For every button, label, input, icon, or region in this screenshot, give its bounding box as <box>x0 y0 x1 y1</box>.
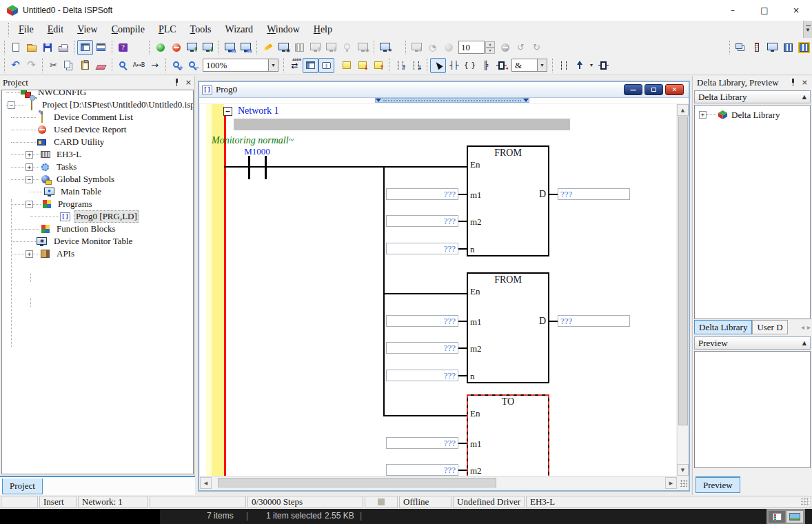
tree-item[interactable]: NWCONFIG <box>37 90 88 98</box>
tree-item[interactable]: Device Monitor Table <box>52 235 134 247</box>
device-monitor-101-button[interactable]: 101 <box>238 40 254 55</box>
function-block-to[interactable]: TOEnm1m2n <box>467 394 549 476</box>
scroll-down-button[interactable]: ▼ <box>677 464 689 476</box>
close-button[interactable]: × <box>780 0 812 21</box>
expander-plus-icon[interactable]: + <box>26 163 33 171</box>
device-columns-button[interactable] <box>780 40 796 55</box>
insert-line-up-button[interactable] <box>571 58 587 73</box>
stop-plc-button[interactable] <box>168 40 184 55</box>
menu-plc[interactable]: PLC <box>152 22 183 37</box>
erase-button[interactable] <box>93 58 109 73</box>
menu-compile[interactable]: Compile <box>105 22 152 37</box>
scroll-right-button[interactable]: ▶ <box>665 477 677 489</box>
expander-plus-icon[interactable]: + <box>699 111 707 119</box>
contact-bar[interactable] <box>248 156 250 179</box>
tree-item[interactable]: Main Table <box>59 185 103 197</box>
tab-preview[interactable]: Preview <box>696 476 740 493</box>
open-project-button[interactable] <box>23 40 39 55</box>
goto-button[interactable]: → <box>147 58 163 73</box>
network-tool-button[interactable]: ╠ <box>478 58 494 73</box>
maximize-button[interactable]: □ <box>749 0 780 21</box>
cut-button[interactable]: ✂ <box>45 58 61 73</box>
operand-field[interactable]: ??? <box>386 215 458 227</box>
operator-select-combo[interactable]: &▼ <box>511 59 547 72</box>
splitter-handle[interactable] <box>375 98 529 103</box>
expander-minus-icon[interactable]: − <box>26 176 33 183</box>
new-file-button[interactable] <box>8 40 23 55</box>
menu-window[interactable]: Window <box>260 22 307 37</box>
print-button[interactable] <box>55 40 71 55</box>
contact-bar[interactable] <box>265 156 267 179</box>
menu-edit[interactable]: Edit <box>41 22 70 37</box>
ruler-view-button[interactable] <box>749 40 764 55</box>
instruction-up-button[interactable]: ↑ <box>392 58 408 73</box>
tree-item[interactable]: Project [D:\ISPtest\Untitled0\Untitled0.… <box>41 99 194 110</box>
prog0-titlebar[interactable]: [] Prog0 — ✕ <box>199 82 689 98</box>
tab-user-defined[interactable]: User D <box>752 320 787 334</box>
expander-minus-icon[interactable]: − <box>26 201 33 208</box>
chevron-down-icon[interactable]: ▼ <box>537 59 547 72</box>
statusbar-resize-grip[interactable] <box>801 498 809 506</box>
panel-close-icon[interactable]: × <box>802 78 808 87</box>
function-block-tool-button[interactable]: ◂ <box>494 58 509 73</box>
upload-from-plc-button[interactable]: ↑ <box>184 40 200 55</box>
bookmark-button[interactable] <box>338 58 354 73</box>
window-stack-button[interactable] <box>733 40 749 55</box>
undo-button[interactable]: ↶ <box>8 58 23 73</box>
operand-field[interactable]: ??? <box>386 437 458 449</box>
resize-grip[interactable] <box>680 480 687 487</box>
output-operand-field[interactable]: ??? <box>558 315 630 327</box>
help-book-button[interactable]: ? <box>115 40 131 55</box>
coil-tool-button[interactable]: { } <box>462 58 478 73</box>
contact-tool-button[interactable]: ┤├ <box>446 58 462 73</box>
scroll-left-button[interactable]: ◀ <box>200 477 212 489</box>
function-block-from[interactable]: FROMEnm1m2nD <box>467 145 549 256</box>
ladder-editor[interactable]: −Network 1Monitoring normall~M1000FROMEn… <box>200 104 676 476</box>
flashlight-button[interactable] <box>260 40 276 55</box>
monitor-interval-up-button[interactable]: ▲ <box>485 41 495 48</box>
tab-delta-library[interactable]: Delta Library <box>694 320 752 334</box>
copy-button[interactable] <box>61 58 77 73</box>
vertical-scroll-thumb[interactable] <box>678 117 688 425</box>
monitor-interval-value[interactable]: 10 <box>458 41 485 54</box>
pin-icon[interactable] <box>790 79 796 86</box>
find-button[interactable] <box>115 58 131 73</box>
menu-view[interactable]: View <box>70 22 105 37</box>
tree-item[interactable]: Programs <box>57 198 94 210</box>
tab-project[interactable]: Project <box>2 478 43 494</box>
prog0-restore-button[interactable] <box>644 84 663 95</box>
menu-wizard[interactable]: Wizard <box>218 22 260 37</box>
network-collapse-box[interactable]: − <box>223 107 232 116</box>
pin-icon[interactable] <box>174 79 180 86</box>
bookmark-next-button[interactable]: ↓ <box>354 58 370 73</box>
prog0-close-button[interactable]: ✕ <box>665 84 684 95</box>
project-view-button[interactable] <box>77 40 93 55</box>
zoom-in-button[interactable]: + <box>169 58 185 73</box>
panel-close-icon[interactable]: × <box>185 78 192 87</box>
run-plc-button[interactable] <box>152 40 168 55</box>
tree-item[interactable]: Used Device Report <box>52 123 128 135</box>
instruction-down-button[interactable]: ↓ <box>408 58 424 73</box>
operand-field[interactable]: ??? <box>386 188 458 200</box>
comment-view-button[interactable]: ‖ <box>318 58 334 73</box>
download-to-plc-button[interactable]: ↓ <box>200 40 216 55</box>
tree-item[interactable]: EH3-L <box>55 148 83 160</box>
instruction-dropdown[interactable]: ▼ <box>587 59 596 72</box>
replace-button[interactable]: A↔B <box>131 58 147 73</box>
tree-item[interactable]: Tasks <box>55 161 78 172</box>
save-button[interactable] <box>39 40 55 55</box>
minimize-button[interactable]: – <box>717 0 749 21</box>
library-section-header[interactable]: Delta Library ▲ <box>694 90 811 103</box>
paste-button[interactable] <box>77 58 93 73</box>
address-mode-button[interactable]: ⇄ADDR <box>287 58 303 73</box>
operand-field[interactable]: ??? <box>386 243 458 254</box>
tree-item[interactable]: CARD Utility <box>52 136 105 148</box>
tab-scroll-right-icon[interactable]: ▸ <box>807 323 811 331</box>
expander-plus-icon[interactable]: + <box>26 151 33 159</box>
expander-minus-icon[interactable]: − <box>8 101 15 109</box>
scroll-up-button[interactable]: ▲ <box>677 104 689 116</box>
operand-field[interactable]: ??? <box>386 464 458 476</box>
output-block-tool-button[interactable] <box>596 58 611 73</box>
output-operand-field[interactable]: ??? <box>558 188 630 200</box>
network-comment-bar[interactable] <box>234 119 570 130</box>
